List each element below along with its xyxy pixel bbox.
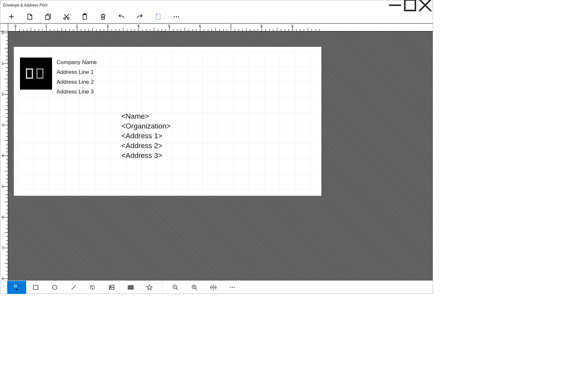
recipient-org: <Organization>: [121, 121, 171, 131]
paste-button[interactable]: [76, 10, 94, 23]
maximize-button[interactable]: [403, 0, 418, 10]
delete-button[interactable]: [94, 10, 112, 23]
ruler-vertical: 0123456789: [0, 31, 8, 281]
recipient-block[interactable]: <Name> <Organization> <Address 1> <Addre…: [121, 111, 171, 161]
svg-point-15: [174, 16, 175, 17]
line-button[interactable]: [64, 281, 83, 294]
envelope-sheet[interactable]: Company Name Address Line 1 Address Line…: [14, 47, 321, 196]
select-button[interactable]: [7, 281, 26, 294]
toolbar-top: [0, 10, 433, 23]
svg-line-22: [72, 285, 76, 289]
svg-point-41: [232, 287, 233, 288]
ellipse-button[interactable]: [45, 281, 64, 294]
svg-rect-25: [128, 285, 128, 289]
svg-rect-18: [27, 69, 32, 78]
ruler-corner: [0, 24, 8, 31]
redo-button[interactable]: [131, 10, 149, 23]
svg-point-16: [176, 16, 177, 17]
ruler-horizontal-row: 0123456789: [0, 24, 433, 31]
svg-point-40: [230, 287, 231, 288]
star-button[interactable]: [140, 281, 159, 294]
copy-button[interactable]: [39, 10, 57, 23]
ruler-horizontal: 0123456789: [8, 24, 433, 31]
svg-rect-1: [405, 0, 415, 10]
more-button[interactable]: [167, 10, 186, 23]
svg-rect-26: [129, 285, 129, 289]
rectangle-button[interactable]: [26, 281, 45, 294]
window-controls: [388, 0, 433, 10]
svg-rect-20: [33, 285, 38, 289]
new-button[interactable]: [2, 10, 21, 23]
zoom-out-button[interactable]: [166, 281, 185, 294]
svg-point-39: [212, 286, 214, 288]
recipient-addr1: <Address 1>: [121, 131, 171, 141]
titlebar: Envelope & Address Print: [0, 0, 433, 10]
canvas-holder: Company Name Address Line 1 Address Line…: [8, 31, 433, 281]
zoom-in-button[interactable]: [185, 281, 204, 294]
close-button[interactable]: [418, 0, 433, 10]
more-button[interactable]: [223, 281, 242, 294]
app-window: Envelope & Address Print 0123456789 0123…: [0, 0, 433, 294]
text-button[interactable]: [83, 281, 102, 294]
sender-company: Company Name: [57, 58, 97, 67]
undo-button[interactable]: [112, 10, 131, 23]
sender-addr1: Address Line 1: [57, 67, 97, 77]
cut-button[interactable]: [57, 10, 76, 23]
svg-point-8: [64, 18, 66, 20]
svg-rect-19: [37, 69, 43, 78]
titlebar-left: Envelope & Address Print: [3, 3, 47, 8]
svg-point-9: [67, 18, 69, 20]
sender-block[interactable]: Company Name Address Line 1 Address Line…: [20, 58, 97, 97]
svg-point-42: [234, 287, 235, 288]
svg-point-17: [178, 16, 179, 17]
minimize-button[interactable]: [388, 0, 403, 10]
recipient-name: <Name>: [121, 111, 171, 121]
sender-logo: [20, 58, 52, 90]
settings-button[interactable]: [204, 281, 223, 294]
svg-rect-29: [131, 285, 132, 289]
recipient-addr3: <Address 3>: [121, 151, 171, 161]
image-button[interactable]: [102, 281, 121, 294]
svg-rect-28: [131, 285, 131, 289]
recipient-addr2: <Address 2>: [121, 141, 171, 151]
workspace: 0123456789 0123456789 Company Name Addre…: [0, 23, 433, 281]
sender-addr2: Address Line 2: [57, 77, 97, 87]
svg-rect-27: [130, 285, 130, 289]
toolbar-bottom: [0, 281, 433, 294]
app-title: Envelope & Address Print: [3, 3, 47, 8]
svg-rect-31: [133, 285, 133, 289]
barcode-button[interactable]: [121, 281, 140, 294]
svg-rect-30: [132, 285, 133, 289]
sender-addr3: Address Line 3: [57, 87, 97, 97]
svg-line-36: [195, 288, 197, 290]
sender-text: Company Name Address Line 1 Address Line…: [57, 58, 97, 97]
svg-rect-7: [46, 15, 49, 20]
new-doc-button[interactable]: [149, 10, 167, 23]
svg-line-33: [176, 288, 178, 290]
canvas-row: 0123456789 Company Name Address Line 1 A…: [0, 31, 433, 281]
save-button[interactable]: [21, 10, 39, 23]
svg-point-21: [52, 285, 57, 289]
